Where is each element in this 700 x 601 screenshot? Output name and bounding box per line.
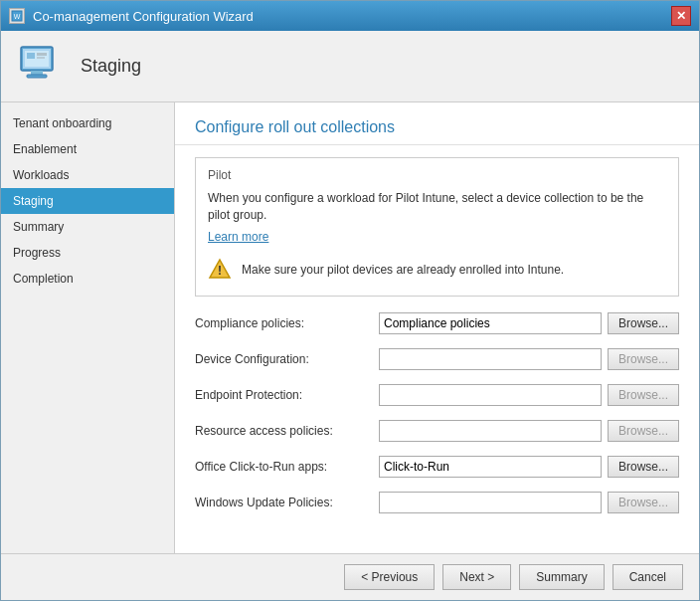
field-label-compliance: Compliance policies: — [195, 316, 379, 330]
summary-button[interactable]: Summary — [519, 564, 604, 590]
title-bar: W Co-management Configuration Wizard ✕ — [1, 1, 699, 31]
content-scroll[interactable]: Pilot When you configure a workload for … — [175, 145, 699, 553]
office-input[interactable] — [379, 456, 602, 478]
sidebar: Tenant onboarding Enablement Workloads S… — [1, 102, 175, 553]
endpoint-input[interactable] — [379, 384, 602, 406]
field-label-resource: Resource access policies: — [195, 424, 379, 438]
field-label-windows-update: Windows Update Policies: — [195, 496, 379, 509]
office-browse-button[interactable]: Browse... — [608, 456, 679, 478]
sidebar-item-summary[interactable]: Summary — [1, 214, 174, 240]
field-label-office: Office Click-to-Run apps: — [195, 460, 379, 474]
field-label-endpoint: Endpoint Protection: — [195, 388, 379, 402]
svg-text:W: W — [14, 13, 21, 20]
field-row-compliance: Compliance policies: Browse... — [195, 312, 679, 334]
sidebar-item-enablement[interactable]: Enablement — [1, 136, 174, 162]
title-bar-left: W Co-management Configuration Wizard — [9, 8, 254, 24]
field-row-device-config: Device Configuration: Browse... — [195, 348, 679, 370]
header-area: Staging — [1, 31, 699, 102]
close-button[interactable]: ✕ — [671, 6, 691, 26]
header-title: Staging — [81, 56, 141, 77]
sidebar-item-staging[interactable]: Staging — [1, 188, 174, 214]
warning-icon: ! — [208, 258, 232, 282]
content-title: Configure roll out collections — [195, 118, 395, 135]
field-row-endpoint: Endpoint Protection: Browse... — [195, 384, 679, 406]
svg-rect-8 — [37, 53, 47, 56]
svg-rect-4 — [31, 71, 43, 75]
window-body: Staging Tenant onboarding Enablement Wor… — [1, 31, 699, 600]
compliance-browse-button[interactable]: Browse... — [608, 312, 679, 334]
field-row-office: Office Click-to-Run apps: Browse... — [195, 456, 679, 478]
windows-update-input[interactable] — [379, 492, 602, 513]
pilot-group: Pilot When you configure a workload for … — [195, 157, 679, 297]
content-area: Configure roll out collections Pilot Whe… — [175, 102, 699, 553]
compliance-input[interactable] — [379, 312, 602, 334]
field-label-device-config: Device Configuration: — [195, 352, 379, 366]
windows-update-browse-button[interactable]: Browse... — [608, 492, 679, 513]
wizard-window: W Co-management Configuration Wizard ✕ — [0, 0, 700, 601]
resource-browse-button[interactable]: Browse... — [608, 420, 679, 442]
field-row-windows-update: Windows Update Policies: Browse... — [195, 492, 679, 513]
previous-button[interactable]: < Previous — [344, 564, 435, 590]
sidebar-item-progress[interactable]: Progress — [1, 240, 174, 266]
resource-input[interactable] — [379, 420, 602, 442]
svg-rect-7 — [27, 53, 35, 59]
pilot-description: When you configure a workload for Pilot … — [208, 190, 666, 224]
sidebar-item-completion[interactable]: Completion — [1, 266, 174, 292]
next-button[interactable]: Next > — [442, 564, 511, 590]
window-title: Co-management Configuration Wizard — [33, 9, 254, 24]
main-area: Tenant onboarding Enablement Workloads S… — [1, 102, 699, 553]
warning-text: Make sure your pilot devices are already… — [242, 263, 564, 277]
footer-area: < Previous Next > Summary Cancel — [1, 553, 699, 600]
device-config-browse-button[interactable]: Browse... — [608, 348, 679, 370]
svg-text:!: ! — [218, 264, 222, 278]
sidebar-item-tenant-onboarding[interactable]: Tenant onboarding — [1, 110, 174, 136]
svg-rect-9 — [37, 57, 45, 59]
header-icon — [17, 41, 65, 92]
field-row-resource: Resource access policies: Browse... — [195, 420, 679, 442]
pilot-group-title: Pilot — [208, 168, 666, 182]
content-header: Configure roll out collections — [175, 102, 699, 145]
svg-rect-5 — [27, 75, 47, 78]
wizard-icon: W — [9, 8, 25, 24]
endpoint-browse-button[interactable]: Browse... — [608, 384, 679, 406]
cancel-button[interactable]: Cancel — [612, 564, 683, 590]
warning-box: ! Make sure your pilot devices are alrea… — [208, 254, 666, 286]
learn-more-link[interactable]: Learn more — [208, 230, 666, 244]
sidebar-item-workloads[interactable]: Workloads — [1, 162, 174, 188]
device-config-input[interactable] — [379, 348, 602, 370]
